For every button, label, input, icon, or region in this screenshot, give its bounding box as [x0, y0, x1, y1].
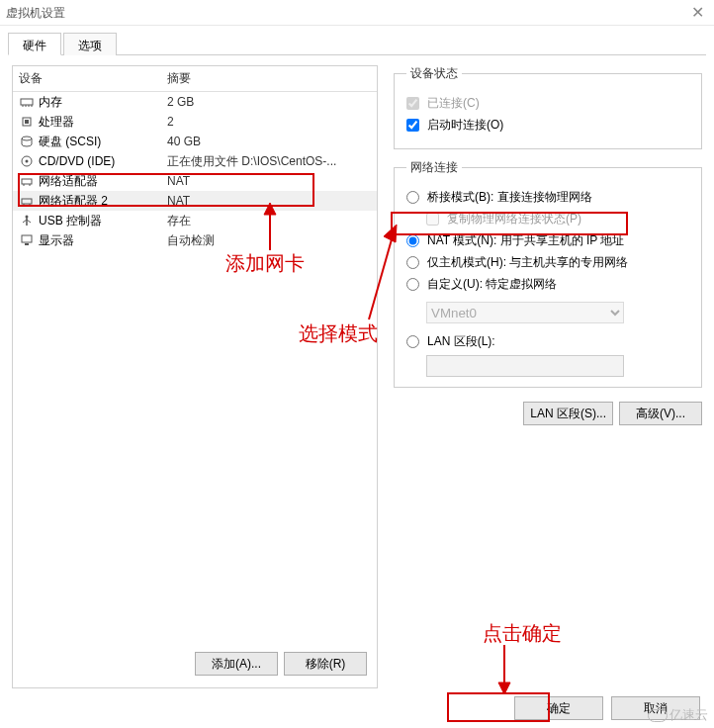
memory-icon [19, 94, 35, 110]
replicate-checkbox [426, 213, 439, 226]
cpu-icon [19, 114, 35, 130]
hardware-list[interactable]: 内存2 GB处理器2硬盘 (SCSI)40 GBCD/DVD (IDE)正在使用… [13, 92, 377, 644]
title-bar: 虚拟机设置 ✕ [0, 0, 714, 26]
display-icon [19, 232, 35, 248]
svg-rect-13 [22, 199, 32, 204]
device-summary: 2 GB [167, 95, 377, 109]
tab-row: 硬件 选项 [8, 32, 706, 55]
network-connection-group: 网络连接 桥接模式(B): 直接连接物理网络 复制物理网络连接状态(P) NAT… [394, 159, 702, 388]
tab-options[interactable]: 选项 [63, 33, 117, 55]
left-button-row: 添加(A)... 移除(R) [13, 644, 377, 687]
connected-checkbox [406, 97, 419, 110]
device-name: 网络适配器 [39, 173, 167, 190]
device-summary: 正在使用文件 D:\IOS\CentOS-... [167, 153, 377, 170]
hardware-row[interactable]: 网络适配器 2NAT [13, 191, 377, 211]
device-name: 显示器 [39, 232, 167, 249]
connect-at-poweron-label: 启动时连接(O) [427, 117, 503, 134]
svg-rect-10 [22, 179, 32, 184]
bridged-radio[interactable] [406, 191, 419, 204]
hardware-row[interactable]: 显示器自动检测 [13, 230, 377, 250]
network-connection-legend: 网络连接 [406, 159, 462, 176]
device-summary: 自动检测 [167, 232, 377, 249]
device-name: CD/DVD (IDE) [39, 154, 167, 168]
svg-point-7 [22, 136, 32, 140]
hardware-list-panel: 设备 摘要 内存2 GB处理器2硬盘 (SCSI)40 GBCD/DVD (ID… [12, 65, 378, 688]
header-summary: 摘要 [167, 70, 377, 87]
device-summary: 2 [167, 115, 377, 129]
cloud-icon [648, 709, 668, 722]
ok-button[interactable]: 确定 [514, 696, 603, 720]
hardware-row[interactable]: 处理器2 [13, 112, 377, 132]
nat-radio[interactable] [406, 234, 419, 247]
tab-hardware[interactable]: 硬件 [8, 33, 61, 55]
custom-label: 自定义(U): 特定虚拟网络 [427, 276, 557, 293]
replicate-label: 复制物理网络连接状态(P) [447, 211, 581, 228]
device-name: 硬盘 (SCSI) [39, 134, 167, 150]
header-device: 设备 [19, 70, 167, 87]
hostonly-radio[interactable] [406, 256, 419, 269]
remove-button[interactable]: 移除(R) [284, 652, 367, 676]
device-summary: NAT [167, 174, 377, 188]
device-name: 内存 [39, 94, 167, 111]
hardware-row[interactable]: CD/DVD (IDE)正在使用文件 D:\IOS\CentOS-... [13, 151, 377, 171]
watermark: 亿速云 [648, 706, 708, 724]
device-state-group: 设备状态 已连接(C) 启动时连接(O) [394, 65, 702, 149]
device-name: 处理器 [39, 114, 167, 131]
add-button[interactable]: 添加(A)... [195, 652, 278, 676]
hardware-row[interactable]: 硬盘 (SCSI)40 GB [13, 132, 377, 151]
close-icon[interactable]: ✕ [691, 0, 704, 26]
cd-icon [19, 153, 35, 169]
nat-label: NAT 模式(N): 用于共享主机的 IP 地址 [427, 232, 624, 249]
svg-point-9 [26, 160, 29, 163]
svg-rect-6 [25, 120, 29, 124]
lan-segment-select [426, 355, 624, 377]
content-area: 设备 摘要 内存2 GB处理器2硬盘 (SCSI)40 GBCD/DVD (ID… [0, 55, 714, 688]
disk-icon [19, 134, 35, 149]
hardware-row[interactable]: USB 控制器存在 [13, 211, 377, 230]
lan-segment-label: LAN 区段(L): [427, 333, 495, 350]
lan-segments-button[interactable]: LAN 区段(S)... [523, 402, 613, 425]
hardware-row[interactable]: 网络适配器NAT [13, 171, 377, 191]
hostonly-label: 仅主机模式(H): 与主机共享的专用网络 [427, 254, 628, 271]
custom-radio[interactable] [406, 278, 419, 291]
svg-rect-0 [21, 99, 33, 105]
settings-panel: 设备状态 已连接(C) 启动时连接(O) 网络连接 桥接模式(B): 直接连接物… [394, 65, 708, 688]
window-title: 虚拟机设置 [6, 6, 65, 20]
advanced-button[interactable]: 高级(V)... [619, 402, 702, 425]
device-name: USB 控制器 [39, 213, 167, 229]
device-summary: NAT [167, 194, 377, 208]
right-button-row: LAN 区段(S)... 高级(V)... [394, 402, 702, 425]
connected-label: 已连接(C) [427, 95, 480, 112]
device-summary: 40 GB [167, 135, 377, 148]
device-state-legend: 设备状态 [406, 65, 462, 82]
svg-rect-20 [22, 235, 32, 242]
net-icon [19, 193, 35, 209]
hardware-row[interactable]: 内存2 GB [13, 92, 377, 112]
device-summary: 存在 [167, 213, 377, 229]
bridged-label: 桥接模式(B): 直接连接物理网络 [427, 189, 592, 206]
device-name: 网络适配器 2 [39, 193, 167, 210]
list-header: 设备 摘要 [13, 66, 377, 92]
connect-at-poweron-checkbox[interactable] [406, 119, 419, 132]
usb-icon [19, 213, 35, 228]
vmnet-select: VMnet0 [426, 302, 624, 323]
net-icon [19, 173, 35, 189]
lan-segment-radio[interactable] [406, 335, 419, 348]
